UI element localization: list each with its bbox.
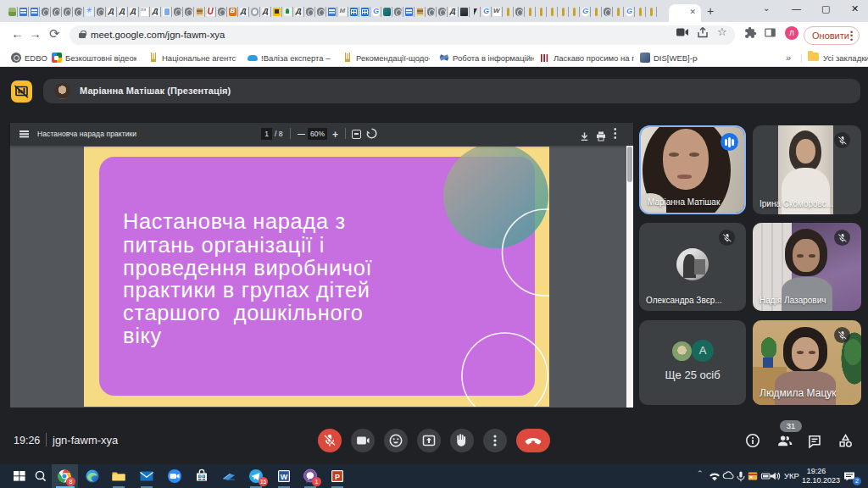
svg-text:Настановча нарада з: Настановча нарада з <box>123 209 346 233</box>
svg-text:старшого дошкільного: старшого дошкільного <box>123 301 363 324</box>
svg-text:проведення виробничої: проведення виробничої <box>123 256 372 280</box>
svg-text:P: P <box>335 473 340 481</box>
svg-text:W: W <box>281 473 288 481</box>
svg-text:питань організації і: питань організації і <box>123 233 325 257</box>
svg-text:віку: віку <box>123 324 162 347</box>
svg-text:практики в групах дітей: практики в групах дітей <box>123 278 370 302</box>
